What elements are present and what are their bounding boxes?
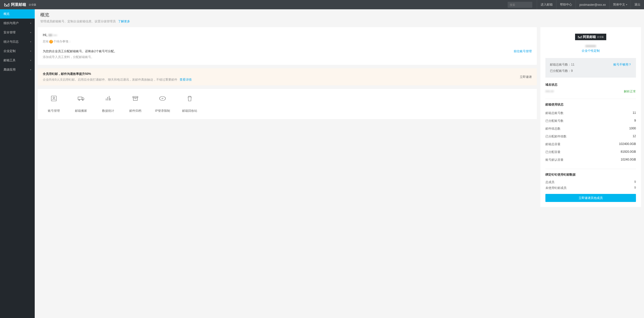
sidebar: 概览 组织与用户▾ 安全管理▾ 统计与日志▾ 企业定制▾ 邮箱工具▾ 高级应用▾: [0, 9, 35, 210]
trash-icon: [186, 95, 193, 102]
logout-link[interactable]: 退出: [631, 0, 644, 9]
ding-section-title: 绑定钉钉使用钉邮数据: [545, 173, 636, 177]
sidebar-label: 邮箱工具: [4, 58, 16, 63]
banner-detail-link[interactable]: 查看详情: [180, 78, 192, 81]
sidebar-label: 安全管理: [4, 30, 16, 35]
usage-value: 12: [633, 134, 636, 139]
sidebar-item-tools[interactable]: 邮箱工具▾: [0, 56, 35, 65]
sidebar-item-stats-logs[interactable]: 统计与日志▾: [0, 37, 35, 46]
ding-value: 9: [634, 186, 636, 190]
ding-value: 9: [634, 180, 636, 184]
learn-more-link[interactable]: 了解更多: [118, 20, 130, 23]
shortcut-account-mgmt[interactable]: 账号管理: [40, 95, 67, 113]
chevron-down-icon: ▾: [30, 69, 31, 71]
sidebar-label: 高级应用: [4, 68, 16, 72]
not-enough-link[interactable]: 账号不够用？: [613, 63, 631, 67]
page-header: 概览 管理成员邮箱账号、定制企业邮箱信息、设置分级管理员 了解更多: [38, 9, 641, 27]
todo-line1: 为您的企业员工分配邮箱账号。还剩余2个账号可分配。: [43, 49, 117, 54]
usage-section: 邮箱使用状态 邮箱总账号数11 已分配账号数9 邮件组总数1000 已分配邮件组…: [545, 99, 636, 164]
stat-label: 已分配账号数：9: [550, 69, 573, 73]
ding-label: 未使用钉邮成员: [545, 186, 567, 190]
sidebar-item-overview[interactable]: 概览: [0, 9, 35, 19]
shortcut-ip-restrict[interactable]: IP IP登录限制: [149, 95, 176, 113]
sidebar-item-org-users[interactable]: 组织与用户▾: [0, 19, 35, 28]
brand-text: 阿里邮箱: [583, 35, 596, 39]
usage-value: 11: [633, 111, 636, 115]
sidebar-label: 组织与用户: [4, 21, 19, 25]
todo-prefix: 您有: [43, 40, 49, 43]
chevron-down-icon: ▾: [626, 4, 627, 6]
customize-link[interactable]: 企业个性定制: [545, 49, 636, 53]
usage-row: 邮箱总账号数11: [545, 109, 636, 117]
sidebar-item-advanced[interactable]: 高级应用▾: [0, 65, 35, 74]
lang-text: 简体中文: [613, 3, 625, 7]
shortcut-label: 邮箱回收站: [176, 109, 203, 113]
svg-point-5: [79, 99, 80, 100]
shortcut-stats[interactable]: 数据统计: [95, 95, 122, 113]
chevron-down-icon: ▾: [30, 41, 31, 43]
hi-text: Hi,: [43, 33, 49, 37]
sidebar-label: 概览: [4, 12, 10, 16]
ding-row: 总成员9: [545, 179, 636, 185]
logo-sub: 企业版: [29, 3, 36, 7]
truck-icon: [77, 95, 85, 102]
top-header: 阿里邮箱 企业版 进入邮箱 帮助中心 postmaster@xxx.xx 简体中…: [0, 0, 644, 9]
usage-label: 邮箱总容量: [545, 142, 560, 146]
account-stats-box: 邮箱总账号数：11 账号不够用？ 已分配账号数：9: [545, 58, 636, 78]
sidebar-item-customize[interactable]: 企业定制▾: [0, 46, 35, 56]
language-select[interactable]: 简体中文▾: [609, 0, 631, 9]
svg-text:IP: IP: [162, 97, 164, 100]
logo-icon: [4, 3, 10, 7]
chevron-down-icon: ▾: [30, 31, 31, 34]
ding-row: 未使用钉邮成员9: [545, 185, 636, 191]
chevron-down-icon: ▾: [30, 22, 31, 24]
shortcut-label: 数据统计: [95, 109, 122, 113]
usage-row: 已分配容量81920.0GB: [545, 148, 636, 156]
shortcut-recycle[interactable]: 邮箱回收站: [176, 95, 203, 113]
shortcuts-card: 账号管理 邮箱搬家 数据统计 邮件归档 IP IP登录限制: [38, 89, 537, 119]
company-name: xxxxxxx: [545, 44, 636, 48]
usage-label: 已分配容量: [545, 150, 560, 154]
usage-section-title: 邮箱使用状态: [545, 102, 636, 107]
todo-item: 为您的企业员工分配邮箱账号。还剩余2个账号可分配。 添加或导入员工资料，分配邮箱…: [43, 49, 532, 59]
goto-account-mgmt-link[interactable]: 前往账号管理: [514, 49, 532, 54]
banner-invite-link[interactable]: 立即邀请: [520, 75, 532, 79]
usage-row: 账号默认容量10240.0GB: [545, 156, 636, 164]
invite-members-button[interactable]: 立即邀请其他成员: [545, 194, 636, 202]
right-panel: 阿里邮箱 企业版 xxxxxxx 企业个性定制 邮箱总账号数：11 账号不够用？…: [540, 27, 641, 207]
usage-value: 81920.0GB: [621, 150, 636, 154]
shortcut-label: 邮件归档: [122, 109, 149, 113]
chart-icon: [105, 95, 112, 102]
sidebar-label: 企业定制: [4, 49, 16, 53]
ip-icon: IP: [159, 95, 166, 102]
logo-text: 阿里邮箱: [11, 2, 26, 7]
shortcut-archive[interactable]: 邮件归档: [122, 95, 149, 113]
todo-summary: 您有2个待办事项：: [43, 39, 532, 44]
logo: 阿里邮箱 企业版: [0, 2, 36, 7]
shortcut-migrate[interactable]: 邮箱搬家: [67, 95, 95, 113]
usage-value: 10240.0GB: [621, 158, 636, 162]
sidebar-item-security[interactable]: 安全管理▾: [0, 28, 35, 37]
usage-label: 邮箱总账号数: [545, 111, 564, 115]
usage-row: 邮箱总容量102400.0GB: [545, 140, 636, 148]
usage-label: 已分配邮件组数: [545, 134, 567, 139]
banner-title: 全员用钉邮，邮件沟通效率提升50%: [43, 72, 192, 76]
shortcut-label: IP登录限制: [149, 109, 176, 113]
sidebar-label: 统计与日志: [4, 40, 19, 44]
user-name: xx —: [49, 33, 57, 37]
archive-icon: [132, 95, 139, 102]
enter-mail-link[interactable]: 进入邮箱: [537, 0, 556, 9]
chevron-down-icon: ▾: [30, 59, 31, 62]
page-subtitle: 管理成员邮箱账号、定制企业邮箱信息、设置分级管理员 了解更多: [40, 19, 638, 24]
subtitle-text: 管理成员邮箱账号、定制企业邮箱信息、设置分级管理员: [40, 20, 116, 23]
account-link[interactable]: postmaster@xxx.xx: [576, 0, 609, 9]
mail-icon: [578, 35, 582, 39]
help-link[interactable]: 帮助中心: [556, 0, 576, 9]
usage-row: 已分配邮件组数12: [545, 133, 636, 140]
search-box[interactable]: [508, 2, 532, 8]
usage-value: 1000: [629, 127, 636, 131]
usage-value: 102400.0GB: [619, 142, 636, 146]
brand-sub: 企业版: [597, 35, 604, 39]
brand-badge: 阿里邮箱 企业版: [575, 34, 606, 40]
banner-sub-text: 企业尚有9人没启用钉邮。启用后全面打通邮件、聊天和电话通讯，发邮件高效触达，不错…: [43, 78, 177, 81]
